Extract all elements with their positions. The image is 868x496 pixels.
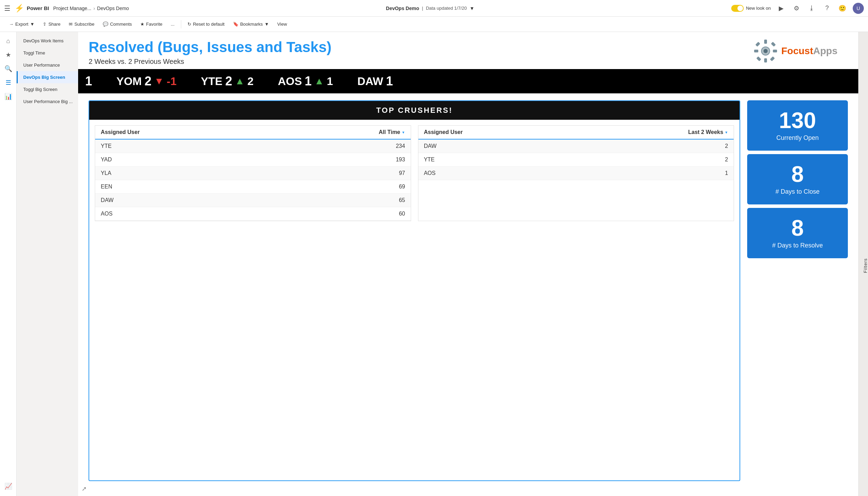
more-button[interactable]: ... [167,20,178,28]
table-row: EEN 69 [95,180,410,194]
row-value: 1 [707,170,728,176]
comments-button[interactable]: 💬 Comments [99,20,135,28]
favorite-label: Favorite [146,22,162,27]
sidebar-icon-pages[interactable]: ☰ [2,76,15,89]
svg-point-1 [763,49,768,53]
last2weeks-table: Assigned User Last 2 Weeks ▼ DAW 2 YTE [418,125,734,221]
filters-panel[interactable]: Filters [858,32,868,496]
export-button[interactable]: → Export ▼ [6,20,38,28]
settings-icon[interactable]: ⚙ [792,3,801,13]
share-button[interactable]: ⇧ Share [39,20,64,28]
svg-rect-2 [764,40,767,44]
sidebar-item-label: Toggl Big Screen [23,87,57,92]
star-icon: ★ [140,22,144,27]
all-time-col-user-header: Assigned User [101,129,378,135]
sidebar-icon-bookmark[interactable]: ★ [2,49,15,61]
brand-focust: Focust [781,45,813,56]
row-user: AOS [101,211,384,217]
powerbi-icon: ⚡ [15,4,24,13]
svg-rect-8 [757,56,761,61]
subscribe-button[interactable]: ✉ Subscribe [65,20,98,28]
ticker-item-aos: AOS 1 ▲ 1 [278,74,333,89]
ticker-delta-aos: 1 [327,75,333,88]
kpi-label-days-to-close: # Days to Close [775,188,819,195]
data-updated-text: Data updated 1/7/20 [426,6,467,11]
sidebar-item-toggl-big-screen[interactable]: Toggl Big Screen [17,83,78,95]
reset-label: Reset to default [193,22,225,27]
breadcrumb: Project Manage... › DevOps Demo [53,6,129,11]
brand-apps: Apps [813,45,837,56]
ticker-item-yte: YTE 2 ▲ 2 [201,74,253,89]
user-avatar[interactable]: U [853,3,864,14]
sidebar-item-devops-work-items[interactable]: DevOps Work Items [17,35,78,47]
sidebar-item-label: DevOps Big Screen [23,75,65,80]
row-user: YTE [424,157,707,163]
new-look-toggle[interactable]: New look on [731,5,771,12]
kpi-label-days-to-resolve: # Days to Resolve [772,242,823,249]
row-value: 234 [384,143,405,149]
ticker-delta-yte: 2 [247,75,253,88]
breadcrumb-project[interactable]: Project Manage... [53,6,91,11]
brand-name: FocustApps [781,45,837,57]
svg-rect-5 [773,50,777,52]
toggle-track [731,5,744,12]
ticker-val-aos: 1 [305,74,312,89]
sidebar-item-label: Toggl Time [23,50,45,56]
kpi-card-currently-open: 130 Currently Open [747,100,848,151]
help-icon[interactable]: ? [822,3,832,13]
brand-logo: FocustApps [753,39,837,63]
sort-arrow-icon[interactable]: ▼ [725,131,728,134]
table-row: AOS 1 [418,167,734,180]
sidebar-icon-search[interactable]: 🔍 [2,62,15,75]
ticker-bar: 1 YOM 2 ▼ -1 YTE 2 ▲ 2 AOS 1 ▲ 1 DAW [78,69,858,93]
view-button[interactable]: View [274,20,291,28]
data-updated-label: | [422,6,423,11]
row-value: 2 [707,143,728,149]
comments-icon: 💬 [103,22,108,27]
ticker-val-prefix-0: 1 [85,74,92,89]
all-time-table-header: Assigned User All Time ▼ [95,126,410,140]
sidebar-item-user-performance[interactable]: User Performance [17,59,78,71]
ticker-val-yom: 2 [144,74,151,89]
favorite-button[interactable]: ★ Favorite [137,20,166,28]
sidebar-item-devops-big-screen[interactable]: DevOps Big Screen [17,71,78,83]
sidebar-item-user-performance-big[interactable]: User Performance Big ... [17,95,78,108]
sidebar-item-toggl-time[interactable]: Toggl Time [17,47,78,59]
crushers-header: TOP CRUSHERS! [89,101,740,120]
download-icon[interactable]: ⭳ [807,3,817,13]
last2weeks-col-user-header: Assigned User [424,129,688,135]
svg-rect-9 [770,56,775,61]
table-row: DAW 2 [418,140,734,153]
breadcrumb-report[interactable]: DevOps Demo [97,6,129,11]
page-subtitle: 2 Weeks vs. 2 Previous Weeks [89,58,848,66]
dropdown-chevron-icon[interactable]: ▼ [469,6,474,11]
reset-button[interactable]: ↻ Reset to default [184,20,228,28]
bookmarks-icon: 🔖 [233,22,239,27]
sort-arrow-icon[interactable]: ▼ [402,131,405,134]
toolbar: → Export ▼ ⇧ Share ✉ Subscribe 💬 Comment… [0,17,868,32]
hamburger-icon[interactable]: ☰ [4,4,10,12]
fullscreen-icon[interactable]: ➚ [82,485,87,493]
sidebar-icon-home[interactable]: ⌂ [2,35,15,47]
ticker-name-aos: AOS [278,75,302,88]
sidebar-icon-visual[interactable]: 📊 [2,90,15,103]
dashboard-body: TOP CRUSHERS! Assigned User All Time ▼ [78,93,858,488]
emoji-icon[interactable]: 🙂 [837,3,847,13]
sidebar-icon-chart[interactable]: 📈 [2,480,15,493]
export-dropdown-icon: ▼ [30,22,35,27]
row-value: 2 [707,157,728,163]
page-header: Resolved (Bugs, Issues and Tasks) 2 Week… [78,32,858,69]
filters-label: Filters [863,258,868,273]
ticker-item-yom: YOM 2 ▼ -1 [116,74,176,89]
table-row: YLA 97 [95,167,410,180]
toggle-thumb [737,6,743,11]
table-row: AOS 60 [95,207,410,221]
kpi-card-days-to-close: 8 # Days to Close [747,154,848,204]
kpi-number-days-to-resolve: 8 [791,217,804,239]
ticker-item-0: 1 [85,74,92,89]
row-user: YAD [101,157,384,163]
row-value: 65 [384,197,405,203]
sidebar-item-label: User Performance [23,62,60,68]
bookmarks-button[interactable]: 🔖 Bookmarks ▼ [229,20,273,28]
monitor-icon[interactable]: ▶ [776,3,786,13]
